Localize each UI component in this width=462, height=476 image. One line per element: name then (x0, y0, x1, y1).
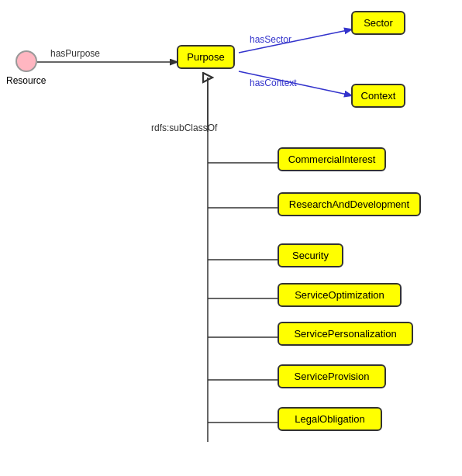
context-label: Context (361, 90, 396, 102)
service-prov-node: ServiceProvision (278, 364, 386, 388)
security-label: Security (292, 250, 329, 261)
sector-node: Sector (351, 11, 405, 35)
security-node: Security (278, 243, 343, 267)
service-per-node: ServicePersonalization (278, 322, 413, 346)
has-context-label: hasContext (250, 78, 297, 88)
purpose-node: Purpose (177, 45, 235, 69)
commercial-node: CommercialInterest (278, 147, 386, 171)
has-purpose-label: hasPurpose (50, 48, 100, 59)
service-per-label: ServicePersonalization (294, 328, 396, 340)
legal-label: LegalObligation (295, 413, 364, 425)
service-prov-label: ServiceProvision (295, 371, 370, 382)
sector-label: Sector (364, 17, 393, 29)
edges-svg (0, 0, 462, 476)
legal-node: LegalObligation (278, 407, 382, 431)
commercial-label: CommercialInterest (288, 153, 376, 165)
subclassof-label: rdfs:subClassOf (151, 122, 217, 133)
research-node: ResearchAndDevelopment (278, 192, 421, 216)
purpose-label: Purpose (187, 51, 224, 63)
resource-label: Resource (6, 75, 46, 86)
service-opt-node: ServiceOptimization (278, 283, 402, 307)
context-node: Context (351, 84, 405, 108)
service-opt-label: ServiceOptimization (295, 289, 384, 301)
has-sector-label: hasSector (250, 34, 291, 45)
resource-node (16, 50, 37, 72)
diagram: Resource hasPurpose Purpose hasSector Se… (0, 0, 462, 476)
research-label: ResearchAndDevelopment (289, 198, 409, 210)
